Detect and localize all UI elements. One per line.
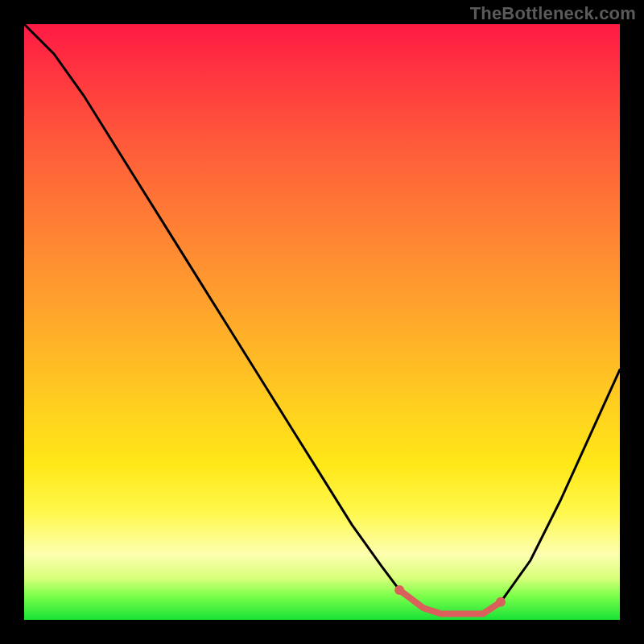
- optimal-zone-dot-left: [394, 585, 404, 595]
- bottleneck-curve-line: [24, 24, 620, 614]
- bottleneck-curve-svg: [24, 24, 620, 620]
- optimal-zone-dot-right: [496, 597, 506, 607]
- watermark-text: TheBottleneck.com: [470, 3, 636, 24]
- optimal-zone-line: [399, 590, 501, 614]
- chart-frame: TheBottleneck.com: [0, 0, 644, 644]
